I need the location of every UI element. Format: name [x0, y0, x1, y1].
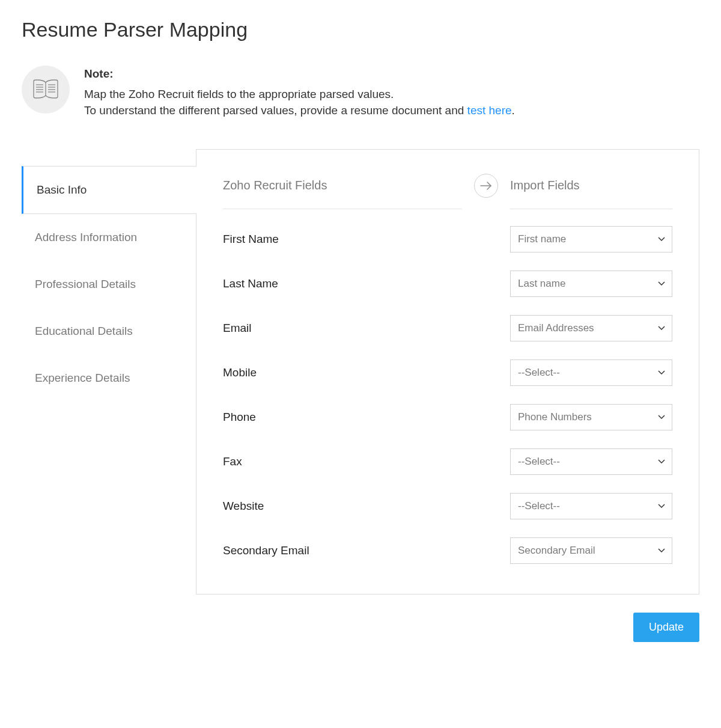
field-label-mobile: Mobile [223, 366, 462, 379]
test-here-link[interactable]: test here [467, 104, 512, 117]
note-line1: Map the Zoho Recruit fields to the appro… [84, 88, 394, 100]
field-label-website: Website [223, 500, 462, 513]
select-mobile[interactable]: --Select-- [510, 359, 672, 386]
field-row: Website --Select-- [223, 493, 672, 519]
field-label-secondary-email: Secondary Email [223, 544, 462, 557]
mapping-panel: Zoho Recruit Fields Import Fields First … [196, 149, 699, 595]
field-row: First Name First name [223, 226, 672, 252]
select-fax[interactable]: --Select-- [510, 448, 672, 475]
select-email[interactable]: Email Addresses [510, 315, 672, 341]
select-first-name[interactable]: First name [510, 226, 672, 252]
field-row: Last Name Last name [223, 271, 672, 297]
tab-list: Basic Info Address Information Professio… [22, 149, 196, 402]
tab-educational-details[interactable]: Educational Details [22, 308, 196, 355]
note-line2-prefix: To understand the different parsed value… [84, 104, 467, 117]
note-line2-suffix: . [512, 104, 515, 117]
note-block: Note: Map the Zoho Recruit fields to the… [22, 66, 699, 119]
arrow-right-icon [474, 174, 498, 198]
field-label-email: Email [223, 322, 462, 335]
field-row: Mobile --Select-- [223, 359, 672, 386]
tab-experience-details[interactable]: Experience Details [22, 355, 196, 402]
tab-professional-details[interactable]: Professional Details [22, 261, 196, 308]
column-header-zoho: Zoho Recruit Fields [223, 179, 462, 192]
select-last-name[interactable]: Last name [510, 271, 672, 297]
page-title: Resume Parser Mapping [22, 18, 699, 41]
field-label-last-name: Last Name [223, 277, 462, 290]
field-row: Email Email Addresses [223, 315, 672, 341]
tab-address-information[interactable]: Address Information [22, 214, 196, 261]
update-button[interactable]: Update [633, 613, 699, 642]
select-secondary-email[interactable]: Secondary Email [510, 537, 672, 564]
field-label-phone: Phone [223, 411, 462, 424]
note-label: Note: [84, 66, 515, 82]
field-label-fax: Fax [223, 455, 462, 468]
field-row: Fax --Select-- [223, 448, 672, 475]
field-label-first-name: First Name [223, 233, 462, 246]
book-icon [22, 66, 70, 114]
column-header-import: Import Fields [510, 179, 672, 192]
field-row: Phone Phone Numbers [223, 404, 672, 430]
field-row: Secondary Email Secondary Email [223, 537, 672, 564]
select-phone[interactable]: Phone Numbers [510, 404, 672, 430]
tab-basic-info[interactable]: Basic Info [22, 166, 196, 214]
select-website[interactable]: --Select-- [510, 493, 672, 519]
